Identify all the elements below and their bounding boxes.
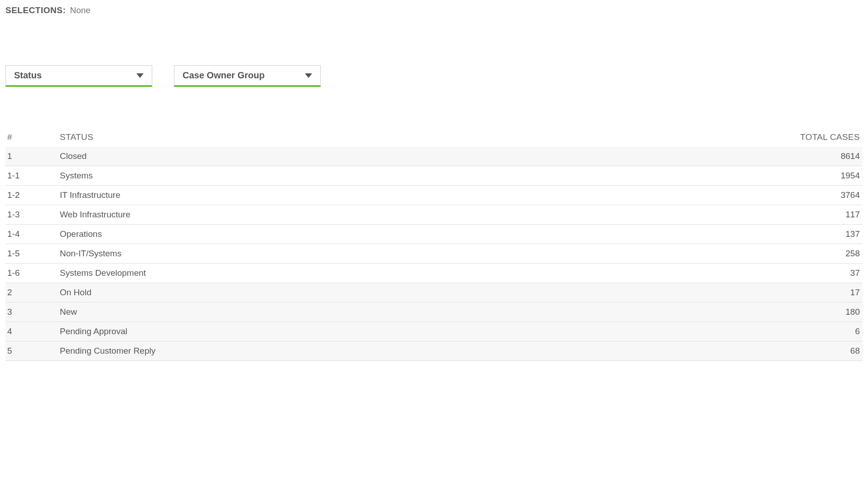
row-status-cell: Pending Customer Reply (60, 346, 781, 356)
row-status-cell: Systems Development (60, 268, 781, 278)
table-body: 1Closed86141-1Systems19541-2IT Infrastru… (5, 147, 863, 361)
row-num-cell: 1-2 (5, 190, 60, 200)
row-status-cell: Non-IT/Systems (60, 249, 781, 259)
row-total-cell: 68 (781, 346, 863, 356)
table-row[interactable]: 1-1Systems1954 (5, 166, 863, 186)
row-num-cell: 5 (5, 346, 60, 356)
row-total-cell: 8614 (781, 151, 863, 161)
row-status-cell: Operations (60, 229, 781, 239)
chevron-down-icon (305, 73, 312, 78)
filters-container: Status Case Owner Group (5, 65, 863, 87)
chevron-down-icon (136, 73, 144, 78)
row-total-cell: 3764 (781, 190, 863, 200)
table-header-row: # STATUS TOTAL CASES (5, 128, 863, 147)
table-row[interactable]: 2On Hold17 (5, 283, 863, 302)
row-status-cell: IT Infrastructure (60, 190, 781, 200)
row-total-cell: 180 (781, 307, 863, 317)
row-total-cell: 1954 (781, 171, 863, 181)
row-status-cell: Closed (60, 151, 781, 161)
row-status-cell: Pending Approval (60, 326, 781, 336)
row-num-cell: 1-4 (5, 229, 60, 239)
selections-label: SELECTIONS: (5, 5, 66, 15)
table-row[interactable]: 1Closed8614 (5, 147, 863, 166)
row-status-cell: New (60, 307, 781, 317)
row-total-cell: 37 (781, 268, 863, 278)
row-status-cell: Systems (60, 171, 781, 181)
table-row[interactable]: 5Pending Customer Reply68 (5, 341, 863, 361)
row-total-cell: 17 (781, 288, 863, 298)
column-header-total[interactable]: TOTAL CASES (781, 132, 863, 142)
row-num-cell: 1-3 (5, 210, 60, 220)
row-total-cell: 6 (781, 326, 863, 336)
selections-bar: SELECTIONS: None (5, 5, 863, 15)
table-row[interactable]: 1-6Systems Development37 (5, 264, 863, 283)
table-row[interactable]: 1-2IT Infrastructure3764 (5, 186, 863, 205)
row-status-cell: Web Infrastructure (60, 210, 781, 220)
column-header-status[interactable]: STATUS (60, 132, 781, 142)
row-num-cell: 1-5 (5, 249, 60, 259)
row-num-cell: 2 (5, 288, 60, 298)
column-header-num[interactable]: # (5, 132, 60, 142)
cases-table: # STATUS TOTAL CASES 1Closed86141-1Syste… (5, 128, 863, 361)
selections-value: None (70, 5, 91, 15)
table-row[interactable]: 1-3Web Infrastructure117 (5, 205, 863, 225)
row-total-cell: 258 (781, 249, 863, 259)
case-owner-group-filter-dropdown[interactable]: Case Owner Group (174, 65, 321, 87)
table-row[interactable]: 4Pending Approval6 (5, 322, 863, 341)
case-owner-group-filter-label: Case Owner Group (183, 70, 265, 81)
table-row[interactable]: 1-5Non-IT/Systems258 (5, 244, 863, 264)
table-row[interactable]: 1-4Operations137 (5, 225, 863, 244)
row-total-cell: 117 (781, 210, 863, 220)
row-num-cell: 3 (5, 307, 60, 317)
row-num-cell: 1-6 (5, 268, 60, 278)
row-num-cell: 4 (5, 326, 60, 336)
status-filter-label: Status (14, 70, 42, 81)
row-num-cell: 1 (5, 151, 60, 161)
row-total-cell: 137 (781, 229, 863, 239)
row-status-cell: On Hold (60, 288, 781, 298)
table-row[interactable]: 3New180 (5, 302, 863, 322)
row-num-cell: 1-1 (5, 171, 60, 181)
status-filter-dropdown[interactable]: Status (5, 65, 152, 87)
